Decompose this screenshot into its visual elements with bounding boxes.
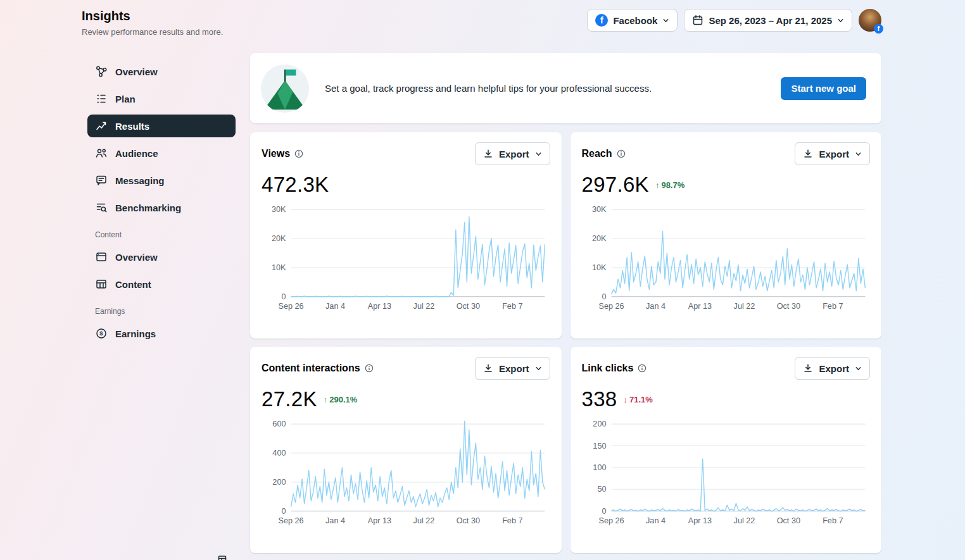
svg-text:200: 200: [272, 478, 286, 487]
svg-text:Oct 30: Oct 30: [776, 302, 800, 311]
metric-title: Views: [262, 148, 290, 159]
svg-text:Sep 26: Sep 26: [279, 302, 304, 311]
svg-text:Feb 7: Feb 7: [502, 516, 522, 525]
sidebar-item-label: Audience: [115, 148, 158, 159]
reach-chart: 010K20K30KSep 26Jan 4Apr 13Jul 22Oct 30F…: [582, 203, 871, 313]
svg-text:Jan 4: Jan 4: [646, 302, 665, 311]
svg-text:Jan 4: Jan 4: [325, 516, 345, 525]
info-icon[interactable]: [638, 364, 646, 373]
metrics-row-2: Content interactions Export 27.2K ↑290.1…: [250, 347, 881, 553]
sidebar-section-content: Content: [95, 230, 236, 239]
sidebar-item-content[interactable]: Content: [87, 273, 236, 296]
table-icon: [95, 278, 108, 290]
content-interactions-chart: 0200400600Sep 26Jan 4Apr 13Jul 22Oct 30F…: [262, 418, 550, 528]
sidebar-item-overview[interactable]: Overview: [87, 60, 236, 83]
sidebar-item-label: Results: [115, 121, 149, 132]
metric-delta: ↑290.1%: [324, 395, 358, 404]
sidebar-item-label: Earnings: [115, 328, 156, 339]
svg-text:Jul 22: Jul 22: [733, 516, 755, 525]
svg-text:Oct 30: Oct 30: [776, 516, 800, 525]
link-clicks-chart: 050100150200Sep 26Jan 4Apr 13Jul 22Oct 3…: [582, 418, 871, 528]
dollar-icon: $: [95, 327, 108, 340]
avatar[interactable]: f: [859, 9, 881, 32]
chevron-down-icon: [855, 151, 862, 158]
svg-text:Oct 30: Oct 30: [457, 302, 480, 311]
info-icon[interactable]: [617, 149, 626, 158]
plan-icon: [95, 92, 108, 105]
svg-text:20K: 20K: [591, 234, 606, 243]
page-title: Insights: [82, 9, 223, 23]
sidebar-item-label: Plan: [115, 94, 136, 104]
messaging-icon: [95, 174, 108, 187]
chevron-down-icon: [837, 17, 844, 24]
svg-text:Jul 22: Jul 22: [413, 302, 435, 311]
metric-value: 27.2K: [262, 387, 317, 411]
download-icon: [803, 363, 813, 373]
date-range-selector[interactable]: Sep 26, 2023 – Apr 21, 2025: [684, 9, 852, 32]
sidebar-item-label: Overview: [115, 66, 158, 77]
platform-label: Facebook: [613, 15, 657, 26]
metric-value: 338: [582, 387, 617, 411]
metric-value: 472.3K: [262, 173, 329, 197]
svg-text:50: 50: [597, 485, 606, 494]
download-icon: [483, 363, 493, 373]
sidebar-item-results[interactable]: Results: [87, 115, 236, 137]
topbar-controls: f Facebook Sep 26, 2023 – Apr 21, 2025 f: [587, 9, 881, 32]
svg-text:0: 0: [281, 292, 286, 301]
export-button[interactable]: Export: [475, 142, 550, 165]
sidebar-item-label: Messaging: [115, 175, 165, 186]
download-icon: [483, 149, 493, 159]
chevron-down-icon: [662, 17, 669, 24]
sidebar-item-audience[interactable]: Audience: [87, 142, 236, 165]
platform-selector[interactable]: f Facebook: [587, 9, 678, 32]
svg-text:100: 100: [593, 463, 606, 472]
sidebar-item-earnings[interactable]: $ Earnings: [87, 322, 236, 345]
views-chart: 010K20K30KSep 26Jan 4Apr 13Jul 22Oct 30F…: [262, 203, 550, 313]
svg-text:0: 0: [281, 507, 286, 516]
svg-text:Feb 7: Feb 7: [823, 516, 843, 525]
window-icon: [95, 251, 108, 263]
goal-banner-text: Set a goal, track progress and learn hel…: [325, 83, 781, 94]
export-button[interactable]: Export: [795, 142, 870, 165]
goal-illustration-icon: [260, 64, 310, 113]
svg-text:Sep 26: Sep 26: [598, 302, 624, 311]
views-card: Views Export 472.3K 010K20K30KSep 26Jan …: [250, 132, 562, 339]
metrics-row-1: Views Export 472.3K 010K20K30KSep 26Jan …: [250, 132, 881, 339]
metric-value: 297.6K: [582, 173, 649, 197]
svg-text:Feb 7: Feb 7: [823, 302, 843, 311]
sidebar-section-earnings: Earnings: [95, 307, 236, 316]
content-interactions-card: Content interactions Export 27.2K ↑290.1…: [250, 347, 562, 553]
svg-text:30K: 30K: [272, 205, 286, 214]
metric-delta: ↓71.1%: [623, 395, 652, 404]
svg-text:Jul 22: Jul 22: [413, 516, 435, 525]
sidebar-item-plan[interactable]: Plan: [87, 87, 236, 110]
export-button[interactable]: Export: [475, 357, 550, 380]
facebook-badge-icon: f: [874, 24, 883, 34]
sidebar-item-label: Benchmarking: [115, 202, 181, 213]
svg-text:30K: 30K: [591, 205, 606, 214]
info-icon[interactable]: [365, 364, 374, 373]
page-subtitle: Review performance results and more.: [82, 27, 223, 37]
svg-text:Jan 4: Jan 4: [325, 302, 345, 311]
date-range-label: Sep 26, 2023 – Apr 21, 2025: [709, 15, 832, 26]
svg-text:0: 0: [602, 292, 606, 301]
svg-text:Apr 13: Apr 13: [688, 302, 711, 311]
svg-text:Sep 26: Sep 26: [279, 516, 304, 525]
export-button[interactable]: Export: [795, 357, 870, 380]
svg-text:20K: 20K: [272, 234, 286, 243]
header: Insights Review performance results and …: [0, 0, 965, 37]
download-icon: [803, 149, 813, 159]
sidebar-item-content-overview[interactable]: Overview: [87, 246, 236, 268]
sidebar-item-messaging[interactable]: Messaging: [87, 169, 236, 192]
start-new-goal-button[interactable]: Start new goal: [781, 77, 866, 100]
goal-banner: Set a goal, track progress and learn hel…: [250, 53, 881, 123]
sidebar-item-benchmarking[interactable]: Benchmarking: [87, 196, 236, 219]
svg-text:Sep 26: Sep 26: [598, 516, 624, 525]
svg-text:400: 400: [272, 449, 286, 457]
sidebar-item-label: Overview: [115, 252, 158, 263]
info-icon[interactable]: [294, 149, 303, 158]
svg-text:Jul 22: Jul 22: [733, 302, 755, 311]
svg-text:10K: 10K: [591, 263, 606, 272]
svg-text:Apr 13: Apr 13: [688, 516, 711, 525]
svg-text:10K: 10K: [272, 263, 286, 272]
